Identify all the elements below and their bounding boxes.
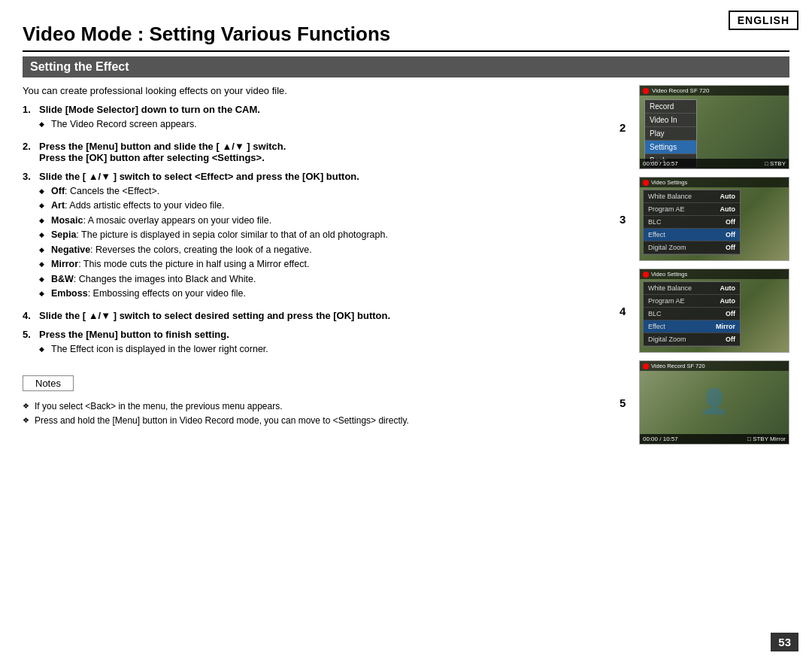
footer-notes: If you select <Back> in the menu, the pr… (23, 400, 624, 427)
value: Off (726, 231, 735, 238)
step-3-number: 3. (23, 171, 35, 182)
value: Off (726, 218, 735, 226)
screen-3-wrap: 3 Video Settings White Balance Auto Prog… (639, 177, 789, 261)
step-5-bullets: The Effect icon is displayed in the lowe… (39, 343, 624, 357)
screen-3-bg: Video Settings White Balance Auto Progra… (640, 178, 789, 260)
step-4-number: 4. (23, 310, 35, 321)
page-title: Video Mode : Setting Various Functions (23, 23, 789, 52)
record-icon (643, 88, 649, 94)
step-2-content: Press the [Menu] button and slide the [ … (39, 141, 624, 163)
list-item: Sepia: The picture is displayed in sepia… (39, 229, 624, 242)
list-item: The Effect icon is displayed in the lowe… (39, 343, 624, 357)
label: White Balance (648, 193, 692, 200)
step-3-title: Slide the [ ▲/▼ ] switch to select <Effe… (39, 171, 624, 182)
menu-item-play[interactable]: Play (645, 127, 696, 141)
value: Auto (720, 297, 736, 305)
fig-3-label: 3 (620, 213, 626, 226)
screen-5-wrap: 5 Video Record SF 720 👤 00:00 / 10:57 □ … (639, 360, 789, 445)
value: Off (726, 310, 735, 317)
value: Auto (720, 193, 736, 200)
value: Mirror (716, 323, 735, 330)
step-2-title: Press the [Menu] button and slide the [ … (39, 141, 624, 152)
step-3-bullets: Off: Cancels the <Effect>. Art: Adds art… (39, 185, 624, 301)
settings-row-effect: Effect Off (644, 229, 740, 241)
section-heading: Setting the Effect (23, 56, 789, 77)
screen-3-settings: White Balance Auto Program AE Auto BLC O… (643, 190, 741, 255)
list-item: Emboss: Embossing effects on your video … (39, 287, 624, 301)
intro-text: You can create professional looking effe… (23, 85, 624, 96)
record-icon (643, 180, 649, 186)
list-item: Mirror: This mode cuts the picture in ha… (39, 258, 624, 272)
screen-4-status-text: Video Settings (651, 271, 687, 278)
list-item: Press and hold the [Menu] button in Vide… (23, 415, 624, 427)
settings-row-wb: White Balance Auto (644, 190, 740, 203)
value: Off (726, 336, 735, 343)
screen-5-bottom: 00:00 / 10:57 □ STBY Mirror (640, 434, 789, 444)
value: Auto (720, 284, 736, 292)
screen-2: Video Record SF 720 Record Video In Play… (639, 85, 789, 169)
screen-5: Video Record SF 720 👤 00:00 / 10:57 □ ST… (639, 360, 789, 445)
record-icon (643, 363, 649, 369)
main-layout: You can create professional looking effe… (23, 85, 789, 448)
step-2-subtitle: Press the [OK] button after selecting <S… (39, 152, 624, 163)
list-item: B&W: Changes the images into Black and W… (39, 273, 624, 287)
list-item: Negative: Reverses the colors, creating … (39, 244, 624, 257)
label: BLC (648, 310, 662, 317)
settings-row-wb: White Balance Auto (644, 282, 740, 295)
fig-4-label: 4 (620, 305, 626, 317)
step-1-number: 1. (23, 104, 35, 115)
screen-2-timecode: 00:00 / 10:57 (643, 160, 678, 167)
screen-5-status-text: Video Record SF 720 (651, 363, 705, 369)
left-content: You can create professional looking effe… (23, 85, 624, 448)
screen-4-settings: White Balance Auto Program AE Auto BLC O… (643, 281, 741, 347)
label: Digital Zoom (648, 336, 686, 343)
menu-item-record[interactable]: Record (645, 100, 696, 114)
label: Effect (648, 323, 665, 330)
fig-2-label: 2 (620, 121, 626, 134)
step-1: 1. Slide [Mode Selector] down to turn on… (23, 104, 624, 133)
screen-5-status: Video Record SF 720 (640, 361, 789, 371)
step-4-content: Slide the [ ▲/▼ ] switch to select desir… (39, 310, 624, 321)
screen-4-status: Video Settings (640, 269, 789, 279)
screen-2-status-text: Video Record SF 720 (652, 87, 709, 94)
settings-row-zoom: Digital Zoom Off (644, 333, 740, 346)
menu-item-videoin[interactable]: Video In (645, 114, 696, 127)
screen-2-status: Video Record SF 720 (640, 86, 789, 96)
step-4: 4. Slide the [ ▲/▼ ] switch to select de… (23, 310, 624, 321)
record-icon (643, 272, 649, 278)
list-item: Art: Adds artistic effects to your video… (39, 199, 624, 213)
list-item: Off: Cancels the <Effect>. (39, 185, 624, 199)
step-1-content: Slide [Mode Selector] down to turn on th… (39, 104, 624, 133)
language-badge: ENGLISH (729, 11, 798, 30)
step-2: 2. Press the [Menu] button and slide the… (23, 141, 624, 163)
list-item: The Video Record screen appears. (39, 118, 624, 132)
step-5-content: Press the [Menu] button to finish settin… (39, 329, 624, 358)
label: Effect (648, 231, 665, 238)
fig-5-label: 5 (620, 396, 626, 409)
screen-2-bg: Video Record SF 720 Record Video In Play… (640, 86, 789, 169)
step-5-title: Press the [Menu] button to finish settin… (39, 329, 624, 340)
label: BLC (648, 218, 662, 226)
screen-4: Video Settings White Balance Auto Progra… (639, 269, 789, 353)
list-item: Mosaic: A mosaic overlay appears on your… (39, 214, 624, 228)
right-screenshots: 2 Video Record SF 720 Record Video In Pl… (639, 85, 789, 448)
label: Program AE (648, 297, 685, 305)
settings-row-blc: BLC Off (644, 308, 740, 320)
label: Digital Zoom (648, 244, 686, 251)
step-4-title: Slide the [ ▲/▼ ] switch to select desir… (39, 310, 624, 321)
menu-item-settings[interactable]: Settings (645, 141, 696, 154)
settings-row-zoom: Digital Zoom Off (644, 241, 740, 254)
screen-2-wrap: 2 Video Record SF 720 Record Video In Pl… (639, 85, 789, 169)
step-5: 5. Press the [Menu] button to finish set… (23, 329, 624, 358)
screen-5-timecode: 00:00 / 10:57 (643, 436, 678, 442)
settings-row-effect: Effect Mirror (644, 320, 740, 333)
settings-row-blc: BLC Off (644, 216, 740, 229)
screen-4-wrap: 4 Video Settings White Balance Auto Prog… (639, 269, 789, 353)
screen-3-status: Video Settings (640, 178, 789, 187)
screen-2-stby: □ STBY (765, 160, 786, 167)
list-item: If you select <Back> in the menu, the pr… (23, 400, 624, 413)
page-number: 53 (771, 633, 798, 651)
value: Auto (720, 205, 736, 213)
screen-3: Video Settings White Balance Auto Progra… (639, 177, 789, 261)
screen-5-bg: Video Record SF 720 👤 00:00 / 10:57 □ ST… (640, 361, 789, 444)
